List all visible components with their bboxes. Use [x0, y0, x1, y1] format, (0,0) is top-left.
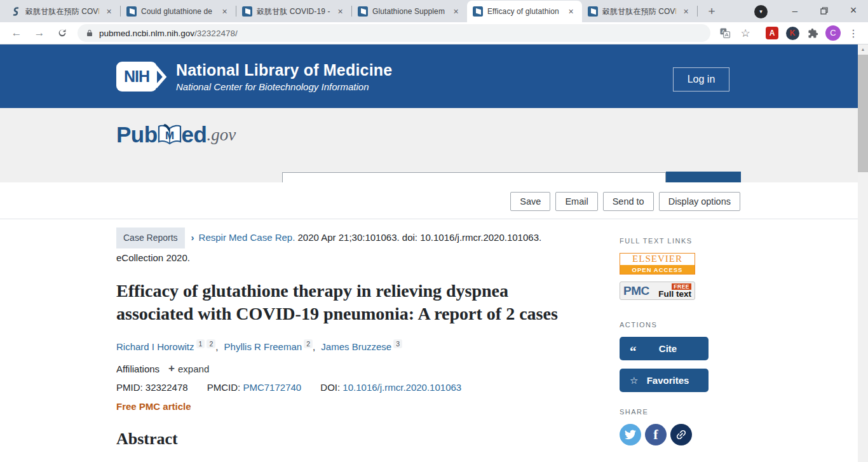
- translate-icon[interactable]: A: [715, 24, 735, 42]
- url-path: /32322478/: [194, 29, 238, 38]
- send-to-button[interactable]: Send to: [603, 192, 654, 211]
- author-link[interactable]: Richard I Horowitz: [116, 341, 194, 352]
- close-icon[interactable]: ×: [335, 6, 346, 17]
- pubmed-logo-book-icon: M: [156, 124, 183, 148]
- facebook-share-button[interactable]: f: [645, 424, 667, 445]
- ncbi-favicon-icon: [588, 6, 598, 17]
- acrobat-extension-icon[interactable]: A: [763, 24, 782, 42]
- tab-separator: [697, 6, 698, 17]
- identifiers-row: PMID: 32322478 PMCID: PMC7172740 DOI: 10…: [116, 382, 587, 393]
- author-separator: ,: [215, 341, 218, 352]
- email-button[interactable]: Email: [555, 192, 597, 211]
- plus-icon: +: [168, 362, 175, 375]
- affiliation-sup-badge[interactable]: 2: [207, 339, 215, 348]
- twitter-share-button[interactable]: [620, 424, 641, 445]
- expand-affiliations-button[interactable]: + expand: [168, 362, 209, 375]
- pubmed-logo[interactable]: Pub M ed .gov: [116, 122, 236, 147]
- minimize-button[interactable]: –: [780, 0, 810, 21]
- document-actions-band: Save Email Send to Display options: [0, 182, 858, 219]
- citation-line: Case Reports›Respir Med Case Rep. 2020 A…: [116, 228, 587, 267]
- share-heading: SHARE: [620, 408, 747, 416]
- browser-tab-6[interactable]: 穀胱甘肽在預防 COVI ×: [582, 1, 697, 22]
- pmcid-link[interactable]: PMC7172740: [243, 382, 301, 393]
- close-icon[interactable]: ×: [219, 6, 230, 17]
- browser-tab-2[interactable]: Could glutathione de ×: [121, 1, 236, 22]
- star-icon: ☆: [630, 375, 644, 386]
- login-button[interactable]: Log in: [673, 67, 729, 92]
- scrollbar-thumb[interactable]: [858, 55, 868, 172]
- close-window-button[interactable]: ×: [839, 0, 868, 21]
- restore-button[interactable]: [810, 0, 839, 21]
- article-sidebar: FULL TEXT LINKS ELSEVIER OPEN ACCESS PMC…: [620, 237, 747, 445]
- doi-link[interactable]: 10.1016/j.rmcr.2020.101063: [342, 382, 461, 393]
- browser-tab-strip: 穀胱甘肽在預防 COVI × Could glutathione de × 穀胱…: [0, 0, 868, 22]
- back-button[interactable]: ←: [8, 24, 25, 42]
- full-text-links-heading: FULL TEXT LINKS: [620, 237, 747, 245]
- pmc-full-text-link[interactable]: PMC FREE Full text: [620, 282, 695, 300]
- pubmed-logo-ed: ed: [182, 122, 207, 147]
- save-button[interactable]: Save: [510, 192, 550, 211]
- pmc-full-text-label: Full text: [658, 290, 691, 299]
- expand-label: expand: [178, 363, 209, 374]
- browser-tab-1[interactable]: 穀胱甘肽在預防 COVI ×: [5, 1, 120, 22]
- forward-button[interactable]: →: [31, 24, 48, 42]
- author-link[interactable]: Phyllis R Freeman: [224, 341, 302, 352]
- quote-icon: “: [630, 348, 644, 355]
- browser-toolbar: ← → pubmed.ncbi.nlm.nih.gov/32322478/ A …: [0, 22, 868, 44]
- article-title: Efficacy of glutathione therapy in relie…: [116, 280, 580, 325]
- address-bar[interactable]: pubmed.ncbi.nlm.nih.gov/32322478/: [78, 24, 710, 42]
- affiliation-sup-badge[interactable]: 3: [393, 339, 402, 348]
- journal-link[interactable]: Respir Med Case Rep.: [199, 232, 295, 243]
- browser-menu-icon[interactable]: ⋮: [844, 24, 863, 42]
- browser-tab-3[interactable]: 穀胱甘肽 COVID-19 - ×: [236, 1, 351, 22]
- author-separator: ,: [313, 341, 315, 352]
- chevron-right-icon: ›: [191, 232, 194, 243]
- tab-title: Efficacy of glutathion: [487, 7, 561, 16]
- scrollbar-up-arrow[interactable]: ▲: [858, 44, 868, 54]
- actions-heading: ACTIONS: [620, 321, 747, 329]
- authors-row: Richard I Horowitz12, Phyllis R Freeman2…: [116, 339, 587, 352]
- ncbi-favicon-icon: [358, 6, 368, 17]
- lock-icon: [86, 29, 93, 37]
- profile-avatar[interactable]: C: [824, 24, 843, 42]
- close-icon[interactable]: ×: [681, 6, 691, 17]
- facebook-f-icon: f: [653, 426, 658, 443]
- pubmed-page: NIH National Library of Medicine Nationa…: [0, 44, 858, 462]
- affiliation-sup-badge[interactable]: 1: [196, 339, 205, 348]
- nih-logo[interactable]: NIH: [116, 62, 157, 92]
- browser-tab-5-active[interactable]: Efficacy of glutathion ×: [467, 1, 582, 22]
- reload-button[interactable]: [53, 24, 71, 42]
- close-icon[interactable]: ×: [104, 6, 114, 17]
- nih-chevron-icon: [154, 64, 168, 90]
- pubmed-logo-pub: Pub: [116, 122, 158, 147]
- ncbi-favicon-icon: [473, 6, 483, 17]
- author-link[interactable]: James Bruzzese: [321, 341, 391, 352]
- affiliation-sup-badge[interactable]: 2: [304, 339, 313, 348]
- display-options-button[interactable]: Display options: [659, 192, 740, 211]
- tab-title: 穀胱甘肽在預防 COVI: [602, 6, 676, 17]
- tab-title: Glutathione Supplem: [372, 7, 446, 16]
- pmc-free-badge: FREE: [672, 283, 691, 290]
- elsevier-logo: ELSEVIER: [620, 254, 695, 265]
- window-controls: – ×: [780, 0, 868, 21]
- affiliations-row: Affiliations + expand: [116, 362, 587, 375]
- favorites-button[interactable]: ☆ Favorites: [620, 369, 709, 392]
- share-row: f: [620, 424, 747, 445]
- extensions-puzzle-icon[interactable]: [803, 24, 822, 42]
- new-tab-button[interactable]: +: [703, 3, 721, 20]
- free-pmc-article-link[interactable]: Free PMC article: [116, 401, 191, 412]
- doi-label: DOI:: [320, 382, 340, 393]
- browser-tab-4[interactable]: Glutathione Supplem ×: [352, 1, 467, 22]
- tab-title: Could glutathione de: [141, 7, 215, 16]
- affiliations-label: Affiliations: [116, 363, 159, 374]
- ncbi-favicon-icon: [126, 6, 137, 17]
- k-extension-icon[interactable]: K: [783, 24, 802, 42]
- close-icon[interactable]: ×: [451, 6, 461, 17]
- nlm-title[interactable]: National Library of Medicine: [176, 61, 392, 79]
- elsevier-full-text-link[interactable]: ELSEVIER OPEN ACCESS: [620, 253, 695, 275]
- bookmark-star-icon[interactable]: ☆: [736, 24, 755, 42]
- permalink-share-button[interactable]: [670, 424, 692, 445]
- close-icon[interactable]: ×: [566, 6, 576, 17]
- cite-button[interactable]: “ Cite: [620, 337, 709, 360]
- tab-search-button[interactable]: ▾: [754, 5, 768, 18]
